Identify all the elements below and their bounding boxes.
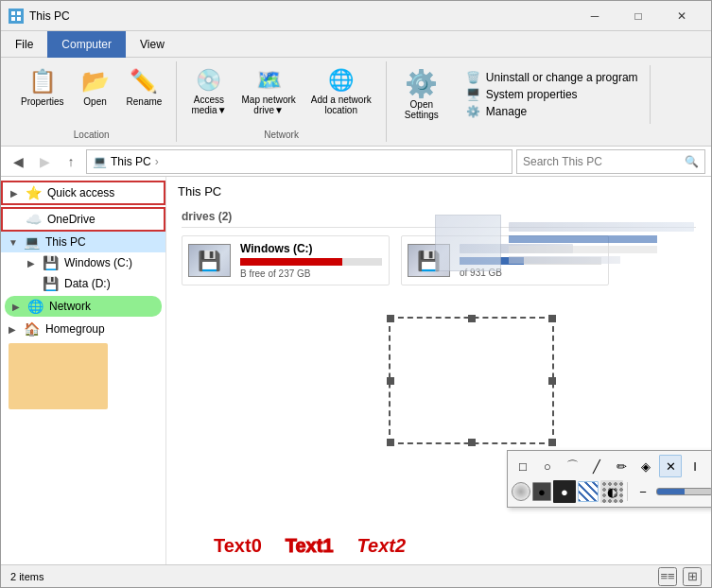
access-media-button[interactable]: 💿 Accessmedia▼: [184, 63, 233, 120]
network-label: Network: [49, 300, 154, 313]
map-network-label: Map networkdrive▼: [242, 95, 296, 115]
tool-dot-dark[interactable]: ●: [532, 482, 551, 501]
tool-text[interactable]: I: [684, 455, 706, 477]
drive-space-windows-c: B free of 237 GB: [240, 268, 383, 279]
properties-button[interactable]: 📋 Properties: [14, 63, 71, 112]
expand-icon-this-pc: ▼: [9, 237, 20, 248]
svg-rect-1: [11, 11, 15, 15]
tab-view[interactable]: View: [126, 31, 179, 58]
toolbar-slider-area: −: [632, 480, 711, 503]
tool-rect[interactable]: □: [512, 455, 534, 477]
tool-slider[interactable]: [656, 488, 711, 495]
ribbon-tabs: File Computer View: [1, 31, 711, 58]
view-tiles-button[interactable]: ⊞: [683, 567, 702, 586]
toolbar-row-1: □ ○ ⌒ ╱ ✏ ◈ ✕ I ↩ ↪ 💾 ⧉ ✓: [512, 455, 711, 477]
quick-access-label: Quick access: [47, 186, 156, 199]
system-props-icon: 🖥️: [466, 88, 480, 101]
onedrive-label: OneDrive: [47, 213, 156, 226]
access-media-label: Accessmedia▼: [191, 95, 226, 115]
close-button[interactable]: ✕: [660, 1, 703, 31]
tool-dot-black[interactable]: ●: [553, 480, 576, 503]
annotation-text2: Text2: [357, 535, 407, 557]
sidebar-item-network[interactable]: ▶ 🌐 Network: [5, 296, 162, 317]
expand-icon-quick-access: ▶: [10, 188, 22, 199]
tab-computer[interactable]: Computer: [47, 31, 126, 58]
open-settings-icon: ⚙️: [405, 68, 438, 99]
window-title: This PC: [29, 9, 573, 23]
add-network-button[interactable]: 🌐 Add a networklocation: [304, 63, 378, 120]
location-buttons: 📋 Properties 📂 Open ✏️ Rename: [14, 63, 168, 125]
sidebar-item-homegroup[interactable]: ▶ 🏠 Homegroup: [1, 319, 165, 339]
address-crumb-thispc[interactable]: This PC: [111, 155, 151, 168]
address-bar: ◀ ▶ ↑ 💻 This PC › 🔍: [1, 147, 711, 177]
tab-file[interactable]: File: [1, 31, 47, 58]
tool-hatch[interactable]: [578, 481, 599, 502]
access-media-icon: 💿: [196, 68, 221, 93]
ribbon-group-location: 📋 Properties 📂 Open ✏️ Rename Location: [7, 61, 177, 142]
handle-tm: [468, 315, 476, 322]
tool-line[interactable]: ╱: [585, 455, 608, 477]
view-list-button[interactable]: ≡≡: [658, 567, 677, 586]
manage-menu-item[interactable]: ⚙️ Manage: [462, 103, 642, 120]
tool-dot-white[interactable]: [512, 482, 530, 501]
ribbon-content: 📋 Properties 📂 Open ✏️ Rename Location: [1, 58, 711, 146]
system-props-label: System properties: [486, 88, 578, 101]
map-network-button[interactable]: 🗺️ Map networkdrive▼: [235, 63, 303, 120]
blurred-block-1: [435, 215, 501, 271]
sidebar-item-this-pc[interactable]: ▼ 💻 This PC: [1, 232, 165, 252]
main-area: ▶ ⭐ Quick access ☁️ OneDrive ▼ 💻 This PC…: [1, 177, 711, 564]
tool-undo[interactable]: ↩: [708, 455, 711, 477]
sidebar-item-quick-access[interactable]: ▶ ⭐ Quick access: [1, 181, 165, 205]
uninstall-menu-item[interactable]: 🗑️ Uninstall or change a program: [462, 69, 642, 86]
maximize-button[interactable]: □: [616, 1, 660, 31]
drive-bar-container-windows-c: [240, 258, 382, 266]
location-group-label: Location: [7, 130, 176, 140]
rename-button[interactable]: ✏️ Rename: [120, 63, 169, 112]
this-pc-icon: 💻: [24, 234, 40, 250]
search-icon: 🔍: [685, 155, 699, 168]
tool-oval[interactable]: ○: [536, 455, 559, 477]
tool-cross[interactable]: ✕: [659, 455, 682, 477]
uninstall-icon: 🗑️: [466, 71, 480, 84]
open-button[interactable]: 📂 Open: [73, 63, 118, 112]
minimize-button[interactable]: ─: [573, 1, 616, 31]
address-box[interactable]: 💻 This PC ›: [86, 149, 512, 174]
quick-access-icon: ⭐: [26, 185, 42, 200]
tool-pencil[interactable]: ✏: [610, 455, 633, 477]
search-input[interactable]: [523, 155, 685, 168]
ribbon-group-system: ⚙️ OpenSettings 🗑️ Uninstall or change a…: [387, 61, 658, 142]
svg-rect-2: [17, 11, 21, 15]
tool-arc[interactable]: ⌒: [561, 455, 583, 477]
network-group-label: Network: [177, 130, 385, 140]
pc-icon-address: 💻: [93, 155, 107, 168]
system-props-menu-item[interactable]: 🖥️ System properties: [462, 86, 642, 103]
back-button[interactable]: ◀: [7, 150, 29, 173]
handle-ml: [387, 377, 394, 385]
svg-rect-4: [17, 17, 21, 21]
open-settings-button[interactable]: ⚙️ OpenSettings: [394, 63, 449, 125]
drive-item-windows-c[interactable]: 💾 Windows (C:) B free of 237 GB: [182, 235, 390, 285]
up-button[interactable]: ↑: [60, 150, 82, 173]
sidebar-item-windows-c[interactable]: ▶ 💾 Windows (C:): [1, 252, 165, 273]
sidebar-item-data-d[interactable]: 💾 Data (D:): [1, 273, 165, 294]
open-label: Open: [83, 96, 106, 107]
handle-br: [548, 439, 556, 446]
add-network-icon: 🌐: [328, 68, 354, 93]
onedrive-icon: ☁️: [26, 212, 42, 227]
search-box[interactable]: 🔍: [516, 149, 705, 174]
expand-icon-network: ▶: [12, 302, 24, 312]
handle-mr: [548, 377, 556, 385]
forward-button[interactable]: ▶: [33, 150, 56, 173]
data-d-icon: 💾: [43, 276, 59, 291]
tool-halftone[interactable]: ◐: [600, 480, 623, 503]
drive-info-windows-c: Windows (C:) B free of 237 GB: [240, 242, 383, 279]
address-separator: ›: [155, 155, 159, 168]
tool-minus[interactable]: −: [632, 480, 654, 503]
sidebar-item-onedrive[interactable]: ☁️ OneDrive: [1, 207, 165, 232]
status-right: ≡≡ ⊞: [658, 567, 702, 586]
handle-bm: [468, 439, 476, 446]
rename-label: Rename: [127, 96, 163, 107]
ribbon: File Computer View 📋 Properties 📂 Open: [1, 31, 711, 147]
content-area: This PC drives (2) 💾 Windows (C:): [166, 177, 711, 564]
tool-paint[interactable]: ◈: [634, 455, 657, 477]
